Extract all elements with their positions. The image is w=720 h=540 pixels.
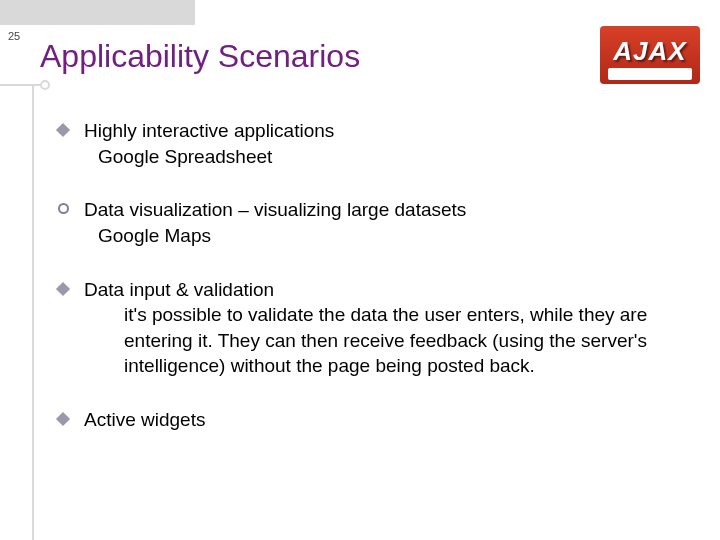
ajax-logo: AJAX (600, 26, 700, 84)
diamond-bullet-icon (56, 123, 70, 137)
decor-circle-icon (40, 80, 50, 90)
logo-text: AJAX (600, 36, 700, 67)
item-text: Data input & validation (84, 279, 274, 300)
item-text: Highly interactive applications (84, 120, 334, 141)
list-item: Active widgets (54, 407, 690, 433)
slide-title: Applicability Scenarios (40, 38, 360, 75)
item-subtext: Google Spreadsheet (84, 144, 690, 170)
decor-vertical-line (32, 84, 34, 540)
circle-bullet-icon (58, 203, 69, 214)
logo-white-banner (608, 68, 692, 80)
content-area: Highly interactive applications Google S… (54, 118, 690, 433)
diamond-bullet-icon (56, 412, 70, 426)
list-item: Highly interactive applications Google S… (54, 118, 690, 169)
list-item: Data input & validation it's possible to… (54, 277, 690, 380)
item-text: Active widgets (84, 409, 205, 430)
slide-number: 25 (8, 30, 20, 42)
diamond-bullet-icon (56, 281, 70, 295)
item-text: Data visualization – visualizing large d… (84, 199, 466, 220)
top-accent-bar (0, 0, 195, 25)
list-item: Data visualization – visualizing large d… (54, 197, 690, 248)
decor-horizontal-line (0, 84, 45, 86)
item-subtext: it's possible to validate the data the u… (84, 302, 690, 379)
item-subtext: Google Maps (84, 223, 690, 249)
